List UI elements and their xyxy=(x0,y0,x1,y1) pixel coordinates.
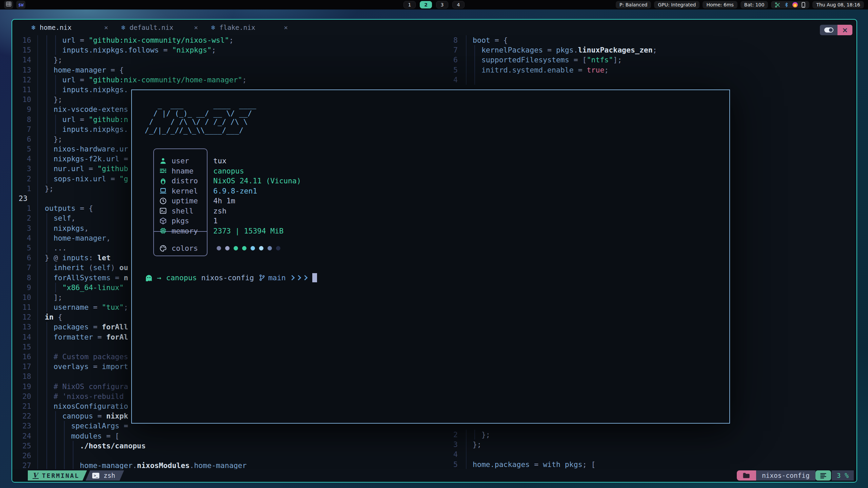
code-line[interactable]: 12url = "github:nix-community/home-manag… xyxy=(12,75,448,85)
line-number: 5 xyxy=(449,65,458,75)
window-controls: × xyxy=(820,25,852,35)
workspace-button-4[interactable]: 4 xyxy=(452,1,465,8)
line-number: 1 xyxy=(12,184,31,194)
laptop-icon xyxy=(159,187,167,195)
code-line[interactable]: 4 xyxy=(449,449,856,459)
code-token: nixpkgs-f2k.url xyxy=(54,154,119,164)
tab-default.nix[interactable]: ❄default.nix× xyxy=(121,23,203,32)
line-number: 19 xyxy=(12,382,31,391)
terminal-icon xyxy=(159,207,167,215)
workspace-button-2[interactable]: 2 xyxy=(420,1,432,8)
code-token: forAllSystems xyxy=(54,273,111,283)
fetch-label: colors xyxy=(172,244,205,252)
code-token: linuxPackages_zen xyxy=(578,45,653,55)
project-segment: nixos-config xyxy=(756,470,815,481)
code-text: home-manager.nixosModules.home-manager xyxy=(45,461,246,469)
code-token: "github xyxy=(97,164,128,174)
indent-guides xyxy=(45,342,54,352)
code-token: inherit xyxy=(54,263,84,272)
editor-area: 16url = "github:nix-community/nixos-wsl"… xyxy=(12,35,856,469)
code-token: = xyxy=(106,174,119,184)
launcher-button[interactable] xyxy=(4,1,13,9)
code-text: nix-vscode-extens xyxy=(45,104,128,114)
code-line[interactable]: 16url = "github:nix-community/nixos-wsl"… xyxy=(12,35,448,45)
code-token: self xyxy=(54,213,71,223)
workspace-button-3[interactable]: 3 xyxy=(436,1,448,8)
code-line[interactable]: 26 xyxy=(12,451,448,461)
indent-guides xyxy=(45,273,54,283)
keyboard-layout-badge[interactable]: $W xyxy=(16,1,25,9)
phone-icon[interactable] xyxy=(801,2,806,8)
code-token: "ntfs" xyxy=(587,55,613,65)
code-text: ]; xyxy=(45,292,62,302)
flame-icon[interactable] xyxy=(792,2,798,7)
line-number: 6 xyxy=(12,253,31,263)
code-token: ; xyxy=(604,65,609,75)
code-line[interactable]: 27home-manager.nixosModules.home-manager xyxy=(12,461,448,469)
code-token: forAl xyxy=(106,332,128,342)
code-line[interactable]: 2}; xyxy=(449,430,856,440)
indent-guides xyxy=(45,75,62,85)
code-line[interactable]: 7kernelPackages = pkgs.linuxPackages_zen… xyxy=(449,45,856,55)
workspace-button-1[interactable]: 1 xyxy=(403,1,416,8)
code-token: nix-vscode-extens xyxy=(54,104,128,114)
code-line[interactable]: 5home.packages = with pkgs; [ xyxy=(449,460,856,469)
code-line[interactable]: 14}; xyxy=(12,55,448,65)
code-token: = xyxy=(93,411,106,421)
tab-home.nix[interactable]: ❄home.nix× xyxy=(32,23,113,32)
floating-terminal[interactable]: _ ___ ____ ____ / |/ (_)_ __/ __ \/ __/ … xyxy=(131,89,730,424)
code-token: = xyxy=(119,421,128,431)
fetch-value: tux xyxy=(213,157,226,165)
code-line[interactable]: 15inputs.nixpkgs.follows = "nixpkgs"; xyxy=(12,45,448,55)
line-number: 21 xyxy=(12,401,31,411)
shell-segment[interactable]: >_ zsh xyxy=(85,470,124,481)
code-line[interactable]: 3}; xyxy=(449,440,856,449)
line-number: 7 xyxy=(12,263,31,272)
code-text: } @ inputs: let xyxy=(45,253,111,263)
code-token: ( xyxy=(84,263,93,272)
indent-guides xyxy=(45,332,54,342)
tab-close-icon[interactable]: × xyxy=(104,23,108,32)
scissors-icon[interactable] xyxy=(775,2,781,8)
bluetooth-icon[interactable] xyxy=(784,2,789,8)
line-number: 15 xyxy=(12,45,31,55)
code-token: packages xyxy=(54,322,89,332)
code-token: nixos-hardware.ur xyxy=(54,144,128,154)
code-line[interactable]: 24modules = [ xyxy=(12,431,448,441)
code-text: outputs = { xyxy=(45,203,93,213)
code-line[interactable]: 8boot = { xyxy=(449,35,856,45)
fetch-row: distroNixOS 24.11 (Vicuna) xyxy=(153,176,301,186)
indent-guides xyxy=(45,302,54,312)
palette-dot-5 xyxy=(259,246,263,250)
code-line[interactable]: 25./hosts/canopus xyxy=(12,441,448,451)
code-line[interactable]: 6supportedFilesystems = ["ntfs"]; xyxy=(449,55,856,65)
indent-guides xyxy=(45,164,54,174)
code-token: outputs xyxy=(45,203,76,213)
indent-guides xyxy=(45,45,62,55)
code-token xyxy=(560,460,565,469)
indent-guides xyxy=(45,55,54,65)
indent-guides xyxy=(473,65,481,75)
code-line[interactable]: 13home-manager = { xyxy=(12,65,448,75)
code-text: nur.url = "github xyxy=(45,164,128,174)
code-text: url = "github:n xyxy=(45,115,128,124)
fetch-label: uptime xyxy=(172,197,205,205)
shell-prompt[interactable]: → canopus nixos-config main xyxy=(145,273,317,282)
code-line[interactable]: 4 xyxy=(449,75,856,85)
code-line[interactable]: 5initrd.systemd.enable = true; xyxy=(449,65,856,75)
code-text: formatter = forAl xyxy=(45,332,128,342)
code-token: ./hosts/canopus xyxy=(80,441,146,451)
tab-close-icon[interactable]: × xyxy=(194,23,198,32)
clock[interactable]: Thu Aug 08, 18:16 xyxy=(812,1,864,8)
tab-close-icon[interactable]: × xyxy=(284,23,288,32)
line-number: 4 xyxy=(449,449,458,459)
indent-guides xyxy=(45,451,80,461)
tab-flake.nix[interactable]: ❄flake.nix× xyxy=(211,23,293,32)
code-text: }; xyxy=(45,134,62,144)
code-token: ]; xyxy=(613,55,622,65)
close-window-button[interactable]: × xyxy=(837,25,852,35)
editor-window: ❄home.nix×❄default.nix×❄flake.nix× × 16u… xyxy=(12,19,857,483)
toggle-button[interactable] xyxy=(820,25,837,35)
status-pill-3: Bat: 100 xyxy=(741,1,768,8)
indent-guides xyxy=(45,124,62,134)
